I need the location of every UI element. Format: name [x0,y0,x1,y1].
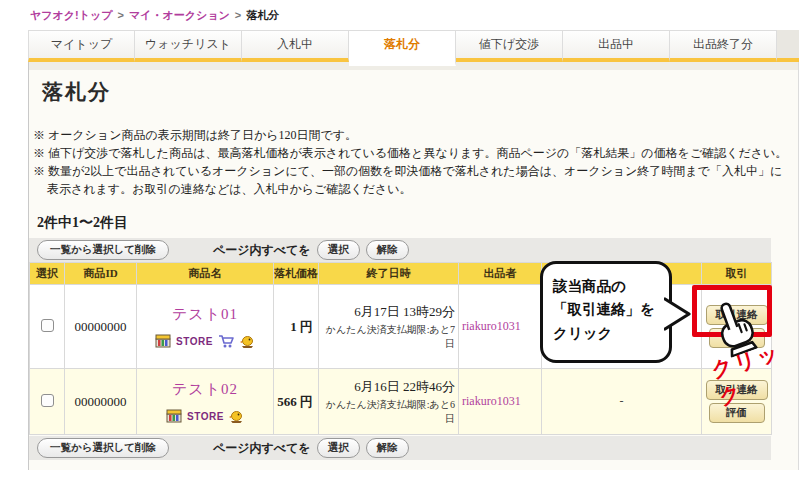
deselect-all-button[interactable]: 解除 [366,438,409,458]
tab-ended-listings[interactable]: 出品終了分 [670,30,777,62]
notice-list: ※ オークション商品の表示期間は終了日から120日間です。 ※ 値下げ交渉で落札… [33,126,793,198]
header-seller: 出品者 [459,263,542,285]
notice-item: ※ 値下げ交渉で落札した商品は、最高落札価格が表示されている価格と異なります。商… [33,144,793,162]
result-count: 2件中1〜2件目 [37,214,128,232]
row-checkbox[interactable] [41,319,54,332]
product-link[interactable]: テスト02 [137,380,273,399]
table-row: 00000000 テスト02 STORE 566 円 6月16日 22時46分 … [30,369,772,435]
tab-bar-filler [777,30,799,62]
tab-bidding[interactable]: 入札中 [242,30,349,62]
breadcrumb-link-top[interactable]: ヤフオク!トップ [30,9,112,21]
bottom-action-bar: 一覧から選択して削除 ページ内すべてを 選択 解除 [29,436,771,460]
row-checkbox[interactable] [41,394,54,407]
select-all-label: ページ内すべてを [213,242,311,259]
top-action-bar: 一覧から選択して削除 ページ内すべてを 選択 解除 [29,238,771,262]
chick-icon [240,335,255,348]
product-badges: STORE [137,334,273,348]
delete-selected-button[interactable]: 一覧から選択して削除 [37,438,169,458]
tab-my-top[interactable]: マイトップ [28,30,135,62]
main-content: 落札分 ※ オークション商品の表示期間は終了日から120日間です。 ※ 値下げ交… [28,62,799,470]
winning-price: 1 円 [274,285,319,369]
callout-line: 「取引連絡」を [553,298,661,321]
store-icon [166,409,182,423]
notice-item: ※ オークション商品の表示期間は終了日から120日間です。 [33,126,793,144]
callout-line: クリック [553,322,661,345]
delete-selected-button[interactable]: 一覧から選択して削除 [37,240,169,260]
tab-selling[interactable]: 出品中 [563,30,670,62]
breadcrumb-current: 落札分 [246,9,279,21]
payment-deadline: かんたん決済支払期限:あと6日 [319,398,455,426]
product-link[interactable]: テスト01 [137,305,273,324]
yahoo-auction-won-items-page: ヤフオク!トップ>マイ・オークション>落札分 マイトップ ウォッチリスト 入札中… [0,0,805,478]
payment-deadline: かんたん決済支払期限:あと7日 [319,323,455,351]
header-end-date: 終了日時 [319,263,459,285]
tab-bar: マイトップ ウォッチリスト 入札中 落札分 値下げ交渉 出品中 出品終了分 [28,30,799,62]
chick-icon [229,410,244,423]
header-product-id: 商品ID [65,263,137,285]
breadcrumb-separator: > [235,9,241,21]
seller-link[interactable]: riakuro1031 [462,319,521,333]
notice-item: ※ 数量が2以上で出品されているオークションにて、一部の個数を即決価格で落札され… [33,162,793,198]
header-trade: 取引 [702,263,772,285]
store-label: STORE [187,411,224,422]
callout-line: 該当商品の [553,275,661,298]
instruction-callout: 該当商品の 「取引連絡」を クリック [540,261,672,363]
end-datetime: 6月17日 13時29分 [319,303,455,321]
select-all-button[interactable]: 選択 [317,438,360,458]
select-all-label: ページ内すべてを [213,440,311,457]
tab-won-items[interactable]: 落札分 [349,30,456,66]
breadcrumb: ヤフオク!トップ>マイ・オークション>落札分 [30,8,279,23]
product-id: 00000000 [65,369,137,435]
seller-link[interactable]: riakuro1031 [462,394,521,408]
header-select: 選択 [30,263,65,285]
cart-icon [218,334,235,348]
store-label: STORE [176,336,213,347]
end-datetime: 6月16日 22時46分 [319,378,455,396]
header-price: 落札価格 [274,263,319,285]
breadcrumb-separator: > [117,9,123,21]
select-all-button[interactable]: 選択 [317,240,360,260]
tab-price-negotiation[interactable]: 値下げ交渉 [456,30,563,62]
extra-cell: - [542,369,702,435]
callout-tail [664,297,692,331]
tab-watchlist[interactable]: ウォッチリスト [135,30,242,62]
product-badges: STORE [137,409,273,423]
store-icon [155,334,171,348]
page-title: 落札分 [42,78,111,106]
deselect-all-button[interactable]: 解除 [366,240,409,260]
winning-price: 566 円 [274,369,319,435]
product-id: 00000000 [65,285,137,369]
breadcrumb-link-my-auction[interactable]: マイ・オークション [129,9,230,21]
header-product-name: 商品名 [137,263,274,285]
